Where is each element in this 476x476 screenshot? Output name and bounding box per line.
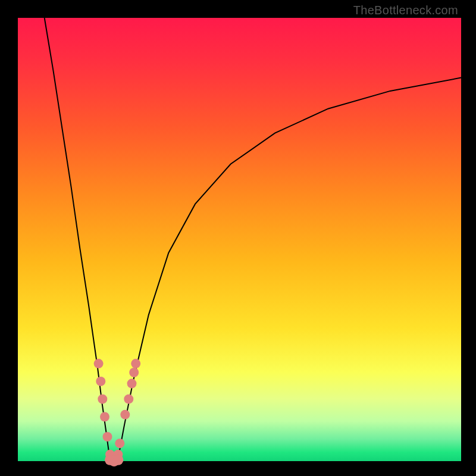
bead-marker bbox=[112, 455, 123, 465]
bead-marker bbox=[98, 394, 107, 404]
bead-marker bbox=[129, 368, 139, 377]
chart-frame: TheBottleneck.com bbox=[0, 0, 476, 476]
curve-right-branch bbox=[118, 78, 461, 461]
curve-left-branch bbox=[45, 18, 110, 461]
bead-marker bbox=[127, 379, 137, 389]
chart-overlay bbox=[0, 0, 476, 476]
curve-group bbox=[45, 18, 461, 461]
bead-marker bbox=[124, 394, 133, 404]
bead-marker bbox=[103, 432, 112, 441]
bead-marker bbox=[100, 412, 109, 422]
bead-marker bbox=[115, 439, 124, 448]
bead-marker bbox=[96, 377, 105, 386]
bead-marker bbox=[94, 359, 104, 368]
bead-cluster bbox=[94, 359, 141, 466]
bead-marker bbox=[120, 410, 130, 419]
bead-marker bbox=[131, 359, 140, 368]
